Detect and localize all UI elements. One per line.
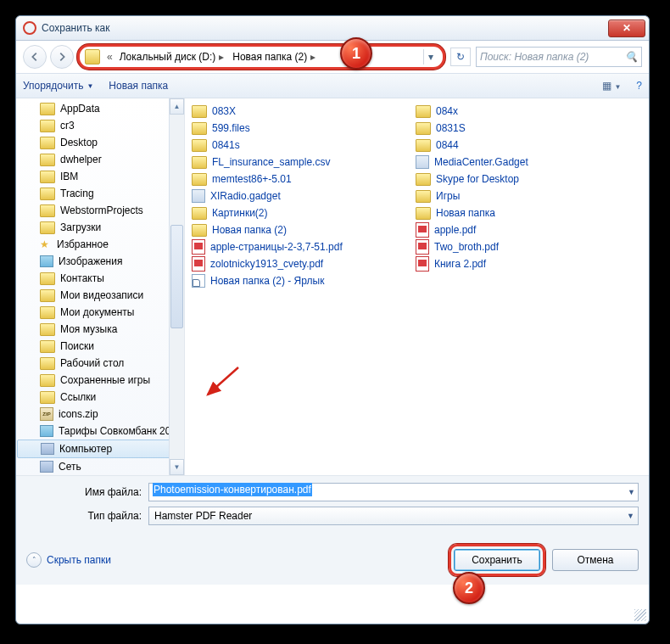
tree-item-label: Сеть	[59, 461, 81, 473]
chevron-up-icon: ˄	[26, 552, 42, 568]
tree-item[interactable]: ★Избранное	[16, 236, 184, 253]
filetype-select[interactable]: Hamster PDF Reader▼	[148, 507, 639, 525]
tree-item[interactable]: Поиски	[16, 338, 184, 355]
file-item[interactable]: apple.pdf	[416, 222, 606, 238]
file-item[interactable]: zolotnicky1913_cvety.pdf	[192, 256, 382, 272]
file-item[interactable]: 599.files	[192, 120, 382, 136]
file-item-label: 0831S	[436, 122, 466, 134]
tree-item[interactable]: Tracing	[16, 185, 184, 202]
tree-item[interactable]: Тарифы Совкомбанк 20…	[16, 423, 184, 440]
file-item[interactable]: 0841s	[192, 137, 382, 153]
file-item[interactable]: Two_broth.pdf	[416, 239, 606, 255]
file-item-label: 084x	[436, 105, 458, 117]
file-item-label: Новая папка	[436, 207, 495, 219]
tree-item-label: AppData	[60, 103, 100, 115]
file-item-label: FL_insurance_sample.csv	[212, 156, 330, 168]
file-item-label: 0841s	[212, 139, 240, 151]
window-title: Сохранить как	[42, 22, 109, 34]
nav-tree[interactable]: AppDatacr3DesktopdwhelperIBMTracingWebst…	[16, 98, 185, 475]
tree-item[interactable]: IBM	[16, 168, 184, 185]
resize-grip[interactable]	[634, 609, 646, 621]
file-item[interactable]: Новая папка (2) - Ярлык	[192, 273, 382, 288]
refresh-icon: ↻	[456, 51, 465, 63]
tree-item[interactable]: Мои видеозаписи	[16, 287, 184, 304]
tree-item[interactable]: Сохраненные игры	[16, 372, 184, 389]
tree-item-label: Desktop	[60, 137, 98, 148]
tree-item-label: Мои видеозаписи	[60, 289, 143, 301]
nav-row: « Локальный диск (D:)▸ Новая папка (2)▸ …	[16, 41, 649, 73]
title-bar[interactable]: Сохранить как ✕	[16, 16, 649, 41]
tree-item[interactable]: Изображения	[16, 253, 184, 270]
toolbar: Упорядочить ▼ Новая папка ▦ ▼ ?	[16, 73, 649, 98]
forward-button[interactable]	[50, 45, 74, 69]
file-item-label: zolotnicky1913_cvety.pdf	[210, 258, 323, 270]
breadcrumb-dropdown[interactable]: ▾	[423, 49, 438, 64]
tree-scrollbar[interactable]: ▲ ▼	[169, 98, 184, 475]
tree-item-label: Поиски	[60, 340, 94, 352]
tree-item-label: IBM	[60, 171, 78, 182]
tree-item[interactable]: Ссылки	[16, 389, 184, 406]
file-item[interactable]: Игры	[416, 188, 606, 204]
file-item[interactable]: 084x	[416, 104, 606, 119]
file-item[interactable]: 0844	[416, 137, 606, 153]
filename-input[interactable]: Photoemission-конвертирован.pdf▼	[148, 483, 639, 501]
view-options-button[interactable]: ▦ ▼	[602, 80, 621, 92]
search-placeholder: Поиск: Новая папка (2)	[480, 51, 589, 63]
tree-item[interactable]: Сеть	[16, 458, 184, 475]
file-item[interactable]: apple-страницы-2-3,7-51.pdf	[192, 239, 382, 255]
tree-item[interactable]: dwhelper	[16, 151, 184, 168]
search-input[interactable]: Поиск: Новая папка (2) 🔍	[476, 47, 642, 67]
file-list[interactable]: 083X599.files0841sFL_insurance_sample.cs…	[185, 98, 649, 475]
tree-item[interactable]: Desktop	[16, 134, 184, 151]
tree-item[interactable]: ZIPicons.zip	[16, 406, 184, 423]
breadcrumb-item[interactable]: Локальный диск (D:)▸	[116, 51, 230, 63]
file-item-label: Новая папка (2)	[212, 224, 287, 236]
organize-button[interactable]: Упорядочить ▼	[23, 80, 93, 92]
view-icon: ▦	[602, 80, 611, 92]
tree-item[interactable]: WebstormProjects	[16, 202, 184, 219]
file-item[interactable]: XIRadio.gadget	[192, 188, 382, 204]
file-item[interactable]: 083X	[192, 104, 382, 119]
file-item-label: Книга 2.pdf	[434, 258, 486, 270]
breadcrumb-item[interactable]: Новая папка (2)▸	[229, 51, 321, 63]
tree-item[interactable]: Контакты	[16, 270, 184, 287]
tree-item[interactable]: Моя музыка	[16, 321, 184, 338]
back-button[interactable]	[23, 45, 47, 69]
file-item[interactable]: Новая папка	[416, 205, 606, 221]
file-item[interactable]: Новая папка (2)	[192, 222, 382, 238]
tree-item[interactable]: cr3	[16, 117, 184, 134]
help-button[interactable]: ?	[636, 80, 642, 92]
tree-item[interactable]: Загрузки	[16, 219, 184, 236]
file-item-label: apple.pdf	[434, 224, 476, 236]
file-item[interactable]: memtest86+-5.01	[192, 171, 382, 187]
tree-item-label: Мои документы	[60, 306, 134, 318]
folder-icon	[85, 49, 100, 64]
filetype-label: Тип файла:	[26, 510, 148, 522]
hide-folders-link[interactable]: ˄ Скрыть папки	[26, 552, 111, 568]
save-button[interactable]: Сохранить	[454, 549, 540, 571]
breadcrumb-bar[interactable]: « Локальный диск (D:)▸ Новая папка (2)▸ …	[77, 44, 445, 70]
file-item[interactable]: MediaCenter.Gadget	[416, 154, 606, 170]
scroll-down-button[interactable]: ▼	[170, 459, 184, 475]
cancel-button[interactable]: Отмена	[552, 549, 639, 571]
file-item[interactable]: FL_insurance_sample.csv	[192, 154, 382, 170]
tree-item[interactable]: Компьютер	[17, 440, 183, 458]
file-item-label: apple-страницы-2-3,7-51.pdf	[210, 241, 343, 253]
scroll-up-button[interactable]: ▲	[170, 98, 184, 115]
tree-item[interactable]: Рабочий стол	[16, 355, 184, 372]
chevron-down-icon[interactable]: ▼	[627, 512, 634, 520]
scroll-thumb[interactable]	[170, 225, 183, 328]
file-item-label: Skype for Desktop	[436, 173, 519, 185]
chevron-down-icon[interactable]: ▼	[628, 488, 635, 496]
new-folder-button[interactable]: Новая папка	[109, 80, 168, 92]
file-item[interactable]: 0831S	[416, 120, 606, 136]
file-item[interactable]: Skype for Desktop	[416, 171, 606, 187]
close-button[interactable]: ✕	[608, 20, 645, 37]
file-item-label: XIRadio.gadget	[210, 190, 281, 202]
file-item[interactable]: Книга 2.pdf	[416, 256, 606, 272]
tree-item[interactable]: Мои документы	[16, 304, 184, 321]
breadcrumb-overflow[interactable]: «	[107, 51, 113, 63]
file-item[interactable]: Картинки(2)	[192, 205, 382, 221]
tree-item[interactable]: AppData	[16, 100, 184, 117]
refresh-button[interactable]: ↻	[450, 48, 471, 66]
